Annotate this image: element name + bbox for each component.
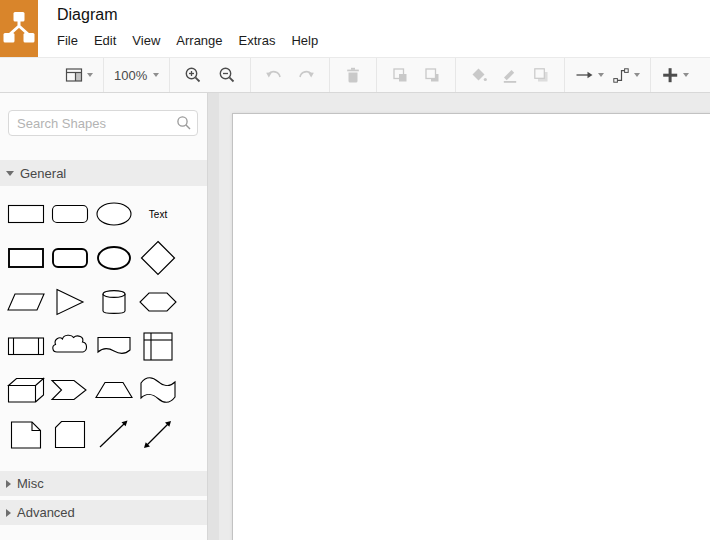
shape-card[interactable] (48, 412, 92, 456)
shape-rounded-square[interactable] (48, 236, 92, 280)
menu-item-file[interactable]: File (57, 33, 78, 48)
search-icon (176, 115, 192, 131)
magnifier-minus-icon (218, 66, 236, 84)
shape-step[interactable] (48, 368, 92, 412)
menubar: File Edit View Arrange Extras Help (57, 33, 318, 48)
shape-rectangle[interactable] (4, 192, 48, 236)
shape-diamond[interactable] (136, 236, 180, 280)
shape-tape[interactable] (136, 368, 180, 412)
header: Diagram File Edit View Arrange Extras He… (0, 0, 710, 57)
bring-to-front-icon (391, 66, 409, 84)
drawio-app: Diagram File Edit View Arrange Extras He… (0, 0, 710, 540)
undo-arrow-icon (265, 66, 283, 84)
toolbar-group-order (376, 58, 455, 92)
toolbar-group-connection (564, 58, 650, 92)
shape-cloud[interactable] (48, 324, 92, 368)
toolbar-line-color[interactable] (497, 62, 523, 88)
elbow-connector-icon (612, 66, 630, 84)
shadow-square-icon (532, 66, 550, 84)
chevron-down-icon (598, 73, 604, 77)
canvas-area[interactable] (219, 93, 710, 540)
paint-bucket-icon (470, 66, 488, 84)
toolbar-waypoints[interactable] (612, 62, 640, 88)
menu-item-help[interactable]: Help (291, 33, 318, 48)
sidebar-resizer[interactable] (207, 93, 219, 540)
shape-cube[interactable] (4, 368, 48, 412)
toolbar-zoom-in[interactable] (180, 62, 206, 88)
document-title: Diagram (57, 6, 117, 24)
toolbar-redo[interactable] (293, 62, 319, 88)
toolbar-connection[interactable] (575, 62, 604, 88)
shape-note[interactable] (4, 412, 48, 456)
zoom-level-value: 100% (114, 68, 147, 83)
triangle-down-icon (6, 171, 14, 176)
shape-document[interactable] (92, 324, 136, 368)
send-to-back-icon (423, 66, 441, 84)
toolbar-group-view (55, 58, 103, 92)
section-header-general[interactable]: General (0, 160, 207, 186)
search-box (8, 110, 198, 136)
toolbar-to-front[interactable] (387, 62, 413, 88)
toolbar-group-history (250, 58, 329, 92)
toolbar-insert[interactable] (661, 62, 689, 88)
shape-text[interactable]: Text (136, 192, 180, 236)
section-label: General (20, 166, 66, 181)
toolbar-to-back[interactable] (419, 62, 445, 88)
toolbar-fill-color[interactable] (466, 62, 492, 88)
shape-trapezoid[interactable] (92, 368, 136, 412)
shape-rounded-rectangle[interactable] (48, 192, 92, 236)
shape-triangle[interactable] (48, 280, 92, 324)
triangle-right-icon (6, 480, 11, 488)
trash-icon (344, 66, 362, 84)
redo-arrow-icon (297, 66, 315, 84)
section-header-misc[interactable]: Misc (0, 471, 207, 496)
shape-hexagon[interactable] (136, 280, 180, 324)
shape-process[interactable] (4, 324, 48, 368)
search-shapes-input[interactable] (8, 110, 198, 136)
shape-text-label: Text (149, 209, 167, 220)
pencil-line-icon (501, 66, 519, 84)
menu-item-arrange[interactable]: Arrange (176, 33, 222, 48)
drawing-page[interactable] (232, 113, 710, 540)
toolbar-group-zoom (169, 58, 250, 92)
toolbar-group-delete (329, 58, 376, 92)
magnifier-plus-icon (184, 66, 202, 84)
shape-square[interactable] (4, 236, 48, 280)
menu-item-view[interactable]: View (132, 33, 160, 48)
toolbar-page-view[interactable] (65, 62, 93, 88)
section-label: Advanced (17, 505, 75, 520)
arrow-right-icon (575, 66, 594, 84)
menu-item-extras[interactable]: Extras (239, 33, 276, 48)
toolbar-delete[interactable] (340, 62, 366, 88)
triangle-right-icon (6, 509, 11, 517)
toolbar-undo[interactable] (261, 62, 287, 88)
chevron-down-icon (153, 73, 159, 77)
toolbar: 100% (0, 57, 710, 93)
toolbar-group-zoom-level: 100% (103, 58, 169, 92)
section-header-advanced[interactable]: Advanced (0, 500, 207, 525)
menu-item-edit[interactable]: Edit (94, 33, 116, 48)
shape-bidirectional-arrow[interactable] (136, 412, 180, 456)
toolbar-zoom-level[interactable]: 100% (114, 62, 159, 88)
plus-icon (661, 66, 679, 84)
shape-ellipse[interactable] (92, 192, 136, 236)
shape-parallelogram[interactable] (4, 280, 48, 324)
toolbar-shadow[interactable] (528, 62, 554, 88)
chevron-down-icon (683, 73, 689, 77)
page-view-icon (65, 66, 83, 84)
chevron-down-icon (87, 73, 93, 77)
app-logo tree-diagram-icon (0, 0, 38, 57)
shape-circle[interactable] (92, 236, 136, 280)
shape-line[interactable] (92, 412, 136, 456)
shape-cylinder[interactable] (92, 280, 136, 324)
shape-palette: Text (4, 192, 182, 456)
section-label: Misc (17, 476, 44, 491)
toolbar-zoom-out[interactable] (214, 62, 240, 88)
shapes-sidebar: General Text (0, 93, 207, 540)
toolbar-group-insert (650, 58, 699, 92)
chevron-down-icon (634, 73, 640, 77)
shape-internal-storage[interactable] (136, 324, 180, 368)
toolbar-group-style (455, 58, 564, 92)
